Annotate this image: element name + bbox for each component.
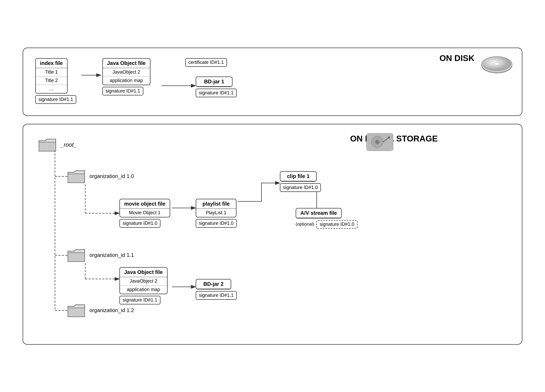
org3-folder: organization_id 1.2	[67, 303, 134, 318]
playlist-box: playlist file PlayList 1 signature ID#1.…	[196, 199, 237, 228]
org3-label: organization_id 1.2	[89, 307, 134, 313]
org1-folder: organization_id 1.0	[67, 169, 134, 184]
av-stream-sig: signature ID#1.0	[316, 220, 357, 229]
bd-jar1-sig: signature ID#1.1	[196, 89, 237, 97]
org1-label: organization_id 1.0	[89, 173, 134, 179]
av-optional: (optional)	[296, 222, 314, 227]
root-label: _root_	[60, 141, 77, 148]
java-object-file-local: Java Object file JavaObject 2 applicatio…	[119, 267, 168, 304]
org3-folder-icon	[67, 303, 86, 318]
java-object-row1: JavaObject 2	[103, 68, 150, 77]
root-folder-icon	[38, 137, 57, 153]
clip-file-sig: signature ID#1.0	[280, 183, 321, 192]
index-ellipsis: …	[36, 85, 67, 93]
bd-jar2-box: BD-jar 2 signature ID#1.1	[196, 279, 237, 300]
bd-jar2-title: BD-jar 2	[196, 279, 231, 289]
bd-jar1-title: BD-jar 1	[196, 77, 232, 86]
index-title2: Title 2	[36, 77, 67, 85]
disk-icon	[480, 51, 514, 78]
bd-jar2-sig: signature ID#1.1	[196, 291, 237, 300]
org2-folder-icon	[67, 247, 86, 263]
local-layout: _root_ organization_id 1.0	[33, 132, 519, 337]
java-object-file-disk: Java Object file JavaObject 2 applicatio…	[102, 58, 150, 95]
movie-object-title: movie object file	[120, 199, 170, 209]
main-container: ON DISK	[23, 48, 522, 345]
clip-file-title: clip file 1	[280, 172, 316, 181]
av-stream-box: A/V stream file (optional) signature ID#…	[296, 208, 357, 229]
index-file-box: index file Title 1 Title 2 … signature I…	[35, 58, 76, 104]
java-object-sig-disk: signature ID#1.1	[102, 87, 143, 95]
clip-file-box: clip file 1 signature ID#1.0	[280, 171, 321, 192]
on-disk-section: ON DISK	[23, 48, 522, 116]
movie-object-sig: signature ID#1.0	[119, 219, 160, 228]
org1-folder-icon	[67, 169, 86, 184]
playlist-title: playlist file	[196, 199, 236, 209]
bd-jar1-box: BD-jar 1 signature ID#1.1	[196, 77, 237, 97]
on-disk-layout: index file Title 1 Title 2 … signature I…	[33, 55, 348, 108]
index-file-title: index file	[36, 59, 67, 68]
java-object-row2: application map	[103, 77, 150, 85]
index-sig: signature ID#1.1	[35, 95, 76, 104]
playlist-row1: PlayList 1	[196, 209, 236, 217]
playlist-sig: signature ID#1.0	[196, 219, 237, 228]
java-object2-row1: JavaObject 2	[120, 277, 167, 286]
on-disk-label: ON DISK	[440, 53, 475, 63]
org2-label: organization_id 1.1	[89, 252, 134, 258]
movie-object-box: movie object file Movie Object 1 signatu…	[119, 199, 170, 228]
java-object2-row2: application map	[120, 286, 167, 294]
movie-object-row1: Movie Object 1	[120, 209, 170, 217]
on-local-section: ON LOCAL STORAGE	[23, 124, 522, 345]
org2-folder: organization_id 1.1	[67, 247, 134, 263]
index-title1: Title 1	[36, 68, 67, 77]
svg-point-3	[494, 63, 499, 65]
root-folder: _root_	[38, 137, 77, 153]
av-stream-title: A/V stream file	[296, 208, 341, 218]
certificate-box: certificate ID#1.1	[185, 58, 227, 67]
java-object-file-title: Java Object file	[103, 59, 150, 68]
java-object-file2-title: Java Object file	[120, 268, 167, 277]
certificate-label: certificate ID#1.1	[185, 58, 227, 67]
